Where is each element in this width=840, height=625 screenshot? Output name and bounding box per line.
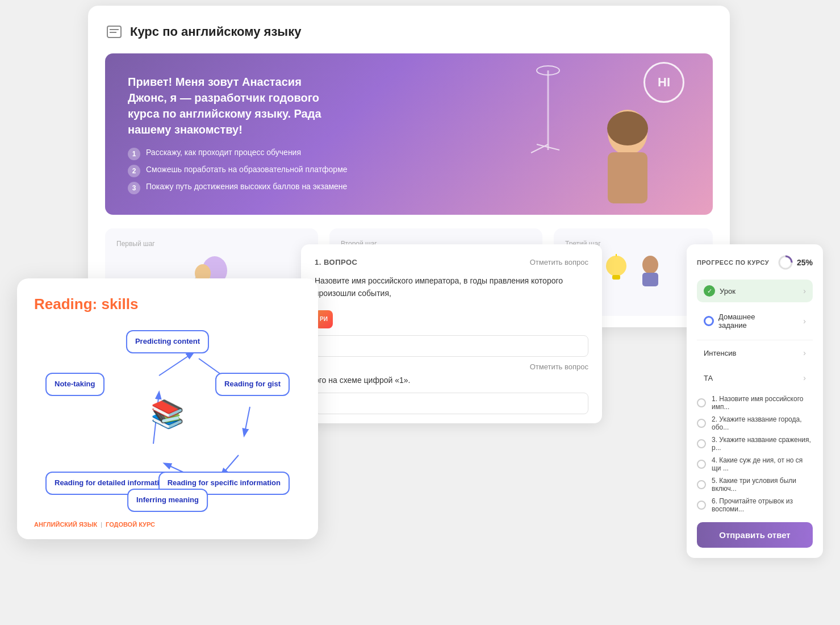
course-title: Курс по английскому языку	[130, 24, 301, 39]
banner-item-2: 2 Сможешь поработать на образовательной …	[128, 165, 690, 177]
question-header: 1. ВОПРОС Отметить вопрос	[315, 258, 588, 266]
footer-tag1: АНГЛИЙСКИЙ ЯЗЫК	[34, 521, 97, 528]
q-list-item-3[interactable]: 3. Укажите название сражения, р...	[697, 436, 813, 452]
banner: Привет! Меня зовут Анастасия Джонс, я — …	[105, 53, 713, 215]
q-list-item-2[interactable]: 2. Укажите название города, обо...	[697, 415, 813, 431]
reading-title: Reading: skills	[34, 295, 301, 313]
svg-line-24	[159, 353, 193, 376]
svg-line-23	[244, 407, 250, 435]
banner-text: Привет! Меня зовут Анастасия Джонс, я — …	[128, 74, 690, 194]
progress-item-ta[interactable]: ТА ›	[697, 368, 813, 388]
question-number: 1. ВОПРОС	[315, 258, 357, 266]
banner-item-3: 3 Покажу путь достижения высоких баллов …	[128, 182, 690, 194]
reading-card: Reading: skills Predicting content	[17, 278, 318, 539]
banner-list: 1 Расскажу, как проходит процесс обучени…	[128, 148, 690, 194]
diagram-area: Predicting content Note-taking Reading f…	[34, 324, 301, 512]
q-list-item-1[interactable]: 1. Назовите имя российского имп...	[697, 395, 813, 411]
q-radio-2[interactable]	[697, 419, 706, 428]
question-text: Назовите имя российского императора, в г…	[315, 274, 588, 300]
banner-item-text-2: Сможешь поработать на образовательной пл…	[146, 165, 348, 174]
intensive-chevron: ›	[803, 348, 806, 357]
homework-chevron: ›	[803, 316, 806, 326]
step-3-person	[636, 253, 665, 288]
progress-item-homework[interactable]: Домашнеезадание ›	[697, 307, 813, 335]
progress-pct: 25%	[778, 255, 813, 270]
ta-chevron: ›	[803, 373, 806, 382]
banner-item-text-3: Покажу путь достижения высоких баллов на…	[146, 182, 347, 191]
banner-num-1: 1	[128, 148, 140, 160]
progress-title: ПРОГРЕСС ПО КУРСУ	[697, 259, 769, 266]
question-input-2[interactable]	[315, 393, 588, 414]
step-label-1: Первый шаг	[116, 240, 307, 248]
progress-item-intensive-label: Интенсив	[704, 349, 736, 357]
progress-item-homework-label: Домашнеезадание	[718, 312, 755, 330]
footer-sep: |	[101, 521, 102, 528]
reading-title-accent: skills	[101, 295, 138, 312]
svg-rect-18	[612, 275, 620, 280]
question-schema-text: ого на схеме цифрой «1».	[315, 376, 588, 385]
reading-footer: АНГЛИЙСКИЙ ЯЗЫК | ГОДОВОЙ КУРС	[34, 521, 301, 528]
question-mark-link[interactable]: Отметить вопрос	[530, 258, 588, 266]
question-input-1[interactable]	[315, 335, 588, 357]
banner-headline: Привет! Меня зовут Анастасия Джонс, я — …	[128, 74, 344, 138]
q-list-text-1: 1. Назовите имя российского имп...	[712, 395, 813, 411]
progress-item-ta-label: ТА	[704, 374, 713, 382]
lesson-done-icon: ✓	[704, 285, 715, 297]
q-list-text-6: 6. Прочитайте отрывок из воспоми...	[712, 497, 813, 513]
lesson-chevron: ›	[803, 286, 806, 295]
banner-num-2: 2	[128, 165, 140, 177]
q-radio-5[interactable]	[697, 480, 706, 489]
questions-list: 1. Назовите имя российского имп... 2. Ук…	[697, 395, 813, 513]
progress-item-intensive[interactable]: Интенсив ›	[697, 343, 813, 363]
q-radio-1[interactable]	[697, 398, 706, 407]
node-inferring-meaning: Inferring meaning	[127, 489, 208, 512]
progress-percent: 25%	[797, 258, 813, 267]
progress-item-lesson-label: Урок	[720, 287, 735, 295]
books-illustration: 📚	[151, 398, 185, 430]
q-list-item-4[interactable]: 4. Какие суж де ния, от но ся щи ...	[697, 456, 813, 472]
banner-num-3: 3	[128, 182, 140, 194]
progress-item-lesson[interactable]: ✓ Урок ›	[697, 280, 813, 302]
progress-circle-icon	[778, 255, 793, 270]
ri-logo: РИ	[315, 310, 588, 328]
q-list-item-6[interactable]: 6. Прочитайте отрывок из воспоми...	[697, 497, 813, 513]
footer-course: ГОДОВОЙ КУРС	[106, 521, 155, 528]
svg-rect-21	[642, 273, 658, 286]
q-list-text-2: 2. Укажите название города, обо...	[712, 415, 813, 431]
course-title-row: Курс по английскому языку	[105, 23, 713, 41]
question-panel: 1. ВОПРОС Отметить вопрос Назовите имя р…	[301, 244, 602, 423]
progress-panel: ПРОГРЕСС ПО КУРСУ 25% ✓ Урок › Домашнеез…	[687, 244, 823, 558]
progress-header: ПРОГРЕСС ПО КУРСУ 25%	[697, 255, 813, 270]
q-radio-3[interactable]	[697, 439, 706, 448]
question-mark-link-2[interactable]: Отметить вопрос	[315, 363, 588, 371]
q-radio-6[interactable]	[697, 501, 706, 510]
q-list-text-5: 5. Какие три условия были включ...	[712, 477, 813, 493]
node-note-taking: Note-taking	[45, 373, 105, 396]
svg-point-17	[606, 256, 626, 276]
reading-title-main: Reading:	[34, 295, 101, 312]
q-radio-4[interactable]	[697, 460, 706, 469]
q-list-text-4: 4. Какие суж де ния, от но ся щи ...	[712, 456, 813, 472]
q-list-text-3: 3. Укажите название сражения, р...	[712, 436, 813, 452]
homework-current-icon	[704, 316, 714, 326]
q-list-item-5[interactable]: 5. Какие три условия были включ...	[697, 477, 813, 493]
step-3-bulb	[602, 253, 630, 288]
node-predicting-content: Predicting content	[126, 330, 209, 353]
svg-point-20	[642, 256, 658, 274]
banner-item-1: 1 Расскажу, как проходит процесс обучени…	[128, 148, 690, 160]
submit-button[interactable]: Отправить ответ	[697, 522, 813, 548]
progress-divider-1	[697, 340, 813, 340]
course-icon	[105, 23, 123, 41]
node-reading-for-gist: Reading for gist	[215, 373, 290, 396]
banner-item-text-1: Расскажу, как проходит процесс обучения	[146, 148, 301, 157]
